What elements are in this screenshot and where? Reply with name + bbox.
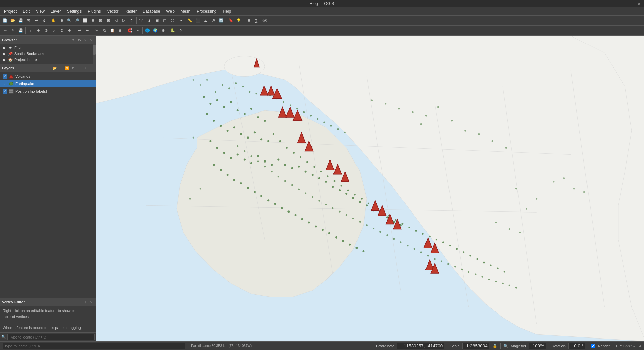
- epsg-settings-icon[interactable]: ⚙: [638, 344, 641, 348]
- run-animation-button[interactable]: ⏱: [210, 17, 217, 24]
- measure-button[interactable]: 📏: [186, 17, 194, 24]
- xyz-button[interactable]: ⊕: [159, 27, 167, 34]
- status-locate-input[interactable]: [3, 343, 185, 349]
- browser-scrollbar[interactable]: [93, 44, 96, 64]
- menu-raster[interactable]: Raster: [122, 8, 139, 15]
- browser-item-home[interactable]: ▶ 🏠 Project Home: [0, 57, 96, 63]
- delete-ring-button[interactable]: ⊘: [58, 27, 65, 34]
- undo-button[interactable]: ↩: [75, 27, 83, 34]
- zoom-in-button[interactable]: 🔍: [66, 17, 73, 24]
- menu-layer[interactable]: Layer: [48, 8, 64, 15]
- vertex-close-icon[interactable]: ✕: [89, 299, 94, 305]
- map-tips-button[interactable]: 🗺: [260, 17, 268, 24]
- menu-settings[interactable]: Settings: [64, 8, 84, 15]
- osm-button[interactable]: 🌐: [144, 27, 151, 34]
- menu-vector[interactable]: Vector: [105, 8, 121, 15]
- layers-move-down-icon[interactable]: ↓: [83, 65, 88, 71]
- menu-processing[interactable]: Processing: [194, 8, 219, 15]
- add-part-button[interactable]: ⊕: [34, 27, 42, 34]
- layer-item-earthquake[interactable]: ✓ Earthquake: [0, 80, 96, 88]
- layers-manage-icon[interactable]: ⚙: [70, 65, 76, 71]
- layers-move-up-icon[interactable]: ↑: [76, 65, 82, 71]
- layer-item-positron[interactable]: ✓ Positron [no labels]: [0, 88, 96, 95]
- print-layout-button[interactable]: 🖨: [40, 17, 48, 24]
- browser-item-bookmarks[interactable]: ▶ 📌 Spatial Bookmarks: [0, 51, 96, 57]
- close-button[interactable]: ✕: [637, 1, 641, 7]
- browser-icon-1[interactable]: ⟳: [70, 37, 76, 43]
- select-freehand-button[interactable]: 〜: [177, 17, 184, 24]
- layers-filter-icon[interactable]: 🔽: [64, 65, 70, 71]
- delete-part-button[interactable]: ⊖: [66, 27, 73, 34]
- paste-features-button[interactable]: 📋: [109, 27, 116, 34]
- scale-lock-button[interactable]: 🔒: [492, 343, 498, 349]
- zoom-layer-button[interactable]: ⊟: [97, 17, 104, 24]
- pan-button[interactable]: ✋: [50, 17, 58, 24]
- menu-database[interactable]: Database: [140, 8, 163, 15]
- zoom-actual-button[interactable]: 1:1: [138, 17, 145, 24]
- python-button[interactable]: 🐍: [169, 27, 177, 34]
- fill-ring-button[interactable]: ⊗: [42, 27, 50, 34]
- identify-button[interactable]: ℹ: [145, 17, 153, 24]
- map-area[interactable]: [96, 36, 644, 341]
- layer-check-positron[interactable]: ✓: [3, 89, 7, 94]
- layer-check-earthquake[interactable]: ✓: [3, 82, 7, 86]
- locate-input[interactable]: [7, 334, 95, 340]
- zoom-selection-button[interactable]: ⊠: [105, 17, 112, 24]
- toggle-edit-button[interactable]: ✎: [9, 27, 17, 34]
- layers-open-icon[interactable]: 📂: [52, 65, 58, 71]
- select-button[interactable]: ▣: [153, 17, 161, 24]
- save-as-button[interactable]: 🖫: [25, 17, 32, 24]
- zoom-full-button[interactable]: ⊞: [89, 17, 96, 24]
- wms-button[interactable]: 🌍: [152, 27, 159, 34]
- browser-scroll-thumb[interactable]: [93, 45, 96, 55]
- coordinate-input[interactable]: [397, 343, 444, 349]
- menu-view[interactable]: View: [33, 8, 47, 15]
- redo-button[interactable]: ↪: [83, 27, 91, 34]
- refresh-button[interactable]: ↻: [128, 17, 135, 24]
- new-project-button[interactable]: 📄: [1, 17, 9, 24]
- menu-edit[interactable]: Edit: [20, 8, 32, 15]
- add-feature-button[interactable]: +: [27, 27, 34, 34]
- pan-to-selection-button[interactable]: ⊕: [58, 17, 65, 24]
- browser-icon-3[interactable]: ?: [83, 37, 88, 43]
- browser-item-favorites[interactable]: ▶ ★ Favorites: [0, 45, 96, 51]
- menu-web[interactable]: Web: [163, 8, 177, 15]
- rotation-input[interactable]: [568, 343, 585, 349]
- add-ring-button[interactable]: ○: [50, 27, 58, 34]
- menu-project[interactable]: Project: [1, 8, 19, 15]
- revert-button[interactable]: ↩: [32, 17, 40, 24]
- menu-plugins[interactable]: Plugins: [85, 8, 104, 15]
- tracing-button[interactable]: ~: [134, 27, 141, 34]
- layers-remove-icon[interactable]: −: [89, 65, 94, 71]
- select-polygon-button[interactable]: ⬡: [169, 17, 176, 24]
- magnifier-input[interactable]: [529, 343, 546, 349]
- cut-features-button[interactable]: ✂: [93, 27, 100, 34]
- layers-add-icon[interactable]: +: [58, 65, 64, 71]
- save-project-button[interactable]: 💾: [17, 17, 24, 24]
- show-tips-button[interactable]: 💡: [235, 17, 243, 24]
- browser-icon-4[interactable]: ✕: [89, 37, 94, 43]
- browser-icon-2[interactable]: ⚙: [76, 37, 82, 43]
- menu-mesh[interactable]: Mesh: [178, 8, 193, 15]
- map-canvas[interactable]: [96, 36, 644, 341]
- measure-angle-button[interactable]: ∠: [202, 17, 209, 24]
- spatial-bookmarks-button[interactable]: 🔖: [227, 17, 235, 24]
- delete-selected-button[interactable]: 🗑: [116, 27, 124, 34]
- open-project-button[interactable]: 📂: [9, 17, 17, 24]
- zoom-last-button[interactable]: ◁: [112, 17, 120, 24]
- open-field-calc-button[interactable]: ∑: [253, 17, 260, 24]
- zoom-out-button[interactable]: 🔎: [73, 17, 81, 24]
- epsg-label[interactable]: EPSG:3857: [616, 344, 636, 348]
- layer-rendering-button[interactable]: 🔄: [217, 17, 225, 24]
- layer-check-volcanos[interactable]: ✓: [3, 74, 7, 79]
- help2-button[interactable]: ?: [177, 27, 184, 34]
- measure-area-button[interactable]: ⬛: [194, 17, 202, 24]
- layer-item-volcanos[interactable]: ✓ Volcanos: [0, 73, 96, 80]
- save-edits-button[interactable]: 💾: [17, 27, 24, 34]
- scale-input[interactable]: [462, 343, 489, 349]
- zoom-next-button[interactable]: ▷: [120, 17, 128, 24]
- zoom-rubber-band-button[interactable]: ⬜: [81, 17, 89, 24]
- menu-help[interactable]: Help: [220, 8, 234, 15]
- attribute-table-button[interactable]: ⊞: [245, 17, 252, 24]
- render-checkbox[interactable]: [591, 344, 595, 348]
